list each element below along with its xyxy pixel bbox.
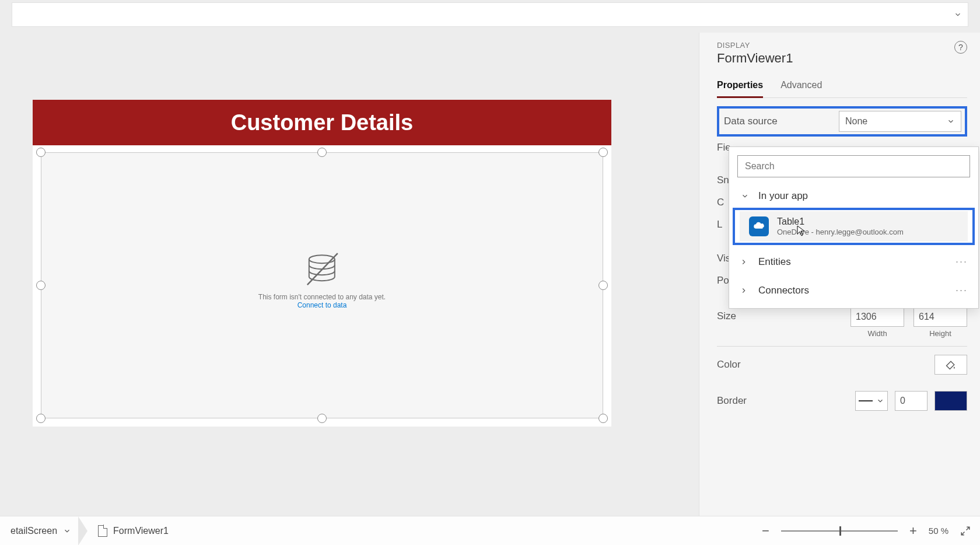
breadcrumb-screen[interactable]: etailScreen: [0, 516, 82, 545]
border-style-select[interactable]: [855, 391, 888, 411]
properties-panel: DISPLAY FormViewer1 ? Properties Advance…: [699, 33, 980, 516]
resize-handle[interactable]: [598, 281, 608, 290]
form-viewer-control[interactable]: This form isn't connected to any data ye…: [41, 152, 603, 418]
width-caption: Width: [867, 329, 887, 338]
bottom-bar: etailScreen FormViewer1 − + 50 %: [0, 516, 980, 545]
control-type-kicker: DISPLAY: [717, 41, 793, 50]
breadcrumb-control-label: FormViewer1: [113, 526, 169, 536]
help-icon[interactable]: ?: [954, 41, 967, 54]
resize-handle[interactable]: [317, 148, 327, 157]
group-in-your-app[interactable]: In your app: [729, 182, 978, 208]
zoom-label: 50 %: [929, 526, 949, 536]
tab-properties[interactable]: Properties: [717, 76, 763, 98]
screen-title: Customer Details: [231, 110, 414, 135]
control-name-title: FormViewer1: [717, 51, 793, 66]
border-width-input[interactable]: [895, 391, 928, 411]
data-source-item-table1[interactable]: Table1 OneDrive - henry.legge@outlook.co…: [740, 211, 968, 242]
size-label: Size: [717, 307, 736, 326]
empty-state: This form isn't connected to any data ye…: [258, 252, 386, 309]
breadcrumb-control[interactable]: FormViewer1: [88, 516, 179, 545]
zoom-in-button[interactable]: +: [909, 523, 917, 539]
color-row: Color: [717, 347, 967, 383]
border-row: Border: [717, 383, 967, 419]
breadcrumb-separator: [78, 516, 88, 546]
data-source-popup: In your app Table1 OneDrive - henry.legg…: [729, 146, 979, 309]
database-empty-icon: [302, 252, 342, 287]
svg-line-1: [307, 253, 338, 285]
svg-line-3: [961, 532, 964, 534]
panel-tabs: Properties Advanced: [717, 76, 967, 98]
group-entities[interactable]: Entities ···: [729, 247, 978, 276]
more-icon[interactable]: ···: [956, 284, 968, 296]
search-input[interactable]: [737, 155, 970, 177]
chevron-right-icon: [740, 258, 748, 266]
more-icon[interactable]: ···: [956, 256, 968, 268]
border-color-swatch[interactable]: [935, 391, 967, 411]
data-source-select[interactable]: None: [839, 111, 961, 132]
app-canvas[interactable]: Customer Details This form isn't connect…: [33, 100, 611, 427]
formula-expand-icon[interactable]: [954, 11, 962, 19]
onedrive-icon: [749, 216, 769, 236]
slider-thumb[interactable]: [839, 526, 841, 536]
data-source-subtitle: OneDrive - henry.legge@outlook.com: [777, 228, 904, 237]
svg-line-2: [967, 527, 970, 530]
expand-icon: [960, 526, 971, 536]
chevron-down-icon: [947, 117, 955, 125]
form-icon: [98, 525, 107, 537]
connect-to-data-link[interactable]: Connect to data: [258, 301, 386, 309]
width-input[interactable]: [850, 307, 904, 327]
paint-bucket-icon: [945, 359, 957, 371]
zoom-slider[interactable]: [781, 530, 898, 532]
breadcrumb-screen-label: etailScreen: [10, 526, 57, 536]
zoom-controls: − + 50 %: [762, 523, 971, 539]
color-label: Color: [717, 354, 741, 376]
height-caption: Height: [929, 329, 951, 338]
cursor-icon: [797, 225, 806, 237]
resize-handle[interactable]: [36, 148, 46, 157]
chevron-down-icon: [876, 397, 884, 405]
resize-handle[interactable]: [317, 414, 327, 423]
zoom-out-button[interactable]: −: [762, 523, 769, 539]
resize-handle[interactable]: [36, 281, 46, 290]
tab-advanced[interactable]: Advanced: [780, 76, 822, 97]
chevron-right-icon: [740, 287, 748, 295]
chevron-down-icon: [741, 192, 749, 200]
canvas-area: Customer Details This form isn't connect…: [0, 33, 699, 516]
empty-message: This form isn't connected to any data ye…: [258, 293, 386, 301]
svg-point-0: [309, 255, 335, 263]
screen-header: Customer Details: [33, 100, 611, 145]
height-input[interactable]: [914, 307, 967, 327]
border-label: Border: [717, 390, 747, 412]
group-connectors[interactable]: Connectors ···: [729, 276, 978, 305]
data-source-item-highlight: Table1 OneDrive - henry.legge@outlook.co…: [733, 208, 975, 245]
connectors-label: Connectors: [758, 285, 809, 296]
resize-handle[interactable]: [598, 148, 608, 157]
data-source-row: Data source None: [717, 106, 967, 137]
border-line-icon: [859, 400, 873, 401]
data-source-name: Table1: [777, 216, 904, 228]
fit-to-window-button[interactable]: [960, 526, 971, 536]
formula-bar[interactable]: [12, 2, 968, 27]
entities-label: Entities: [758, 256, 791, 268]
group-label: In your app: [758, 190, 808, 202]
data-source-value: None: [845, 116, 867, 127]
data-source-label: Data source: [724, 116, 778, 127]
color-picker-button[interactable]: [935, 355, 967, 375]
resize-handle[interactable]: [598, 414, 608, 423]
chevron-down-icon: [63, 527, 71, 535]
resize-handle[interactable]: [36, 414, 46, 423]
